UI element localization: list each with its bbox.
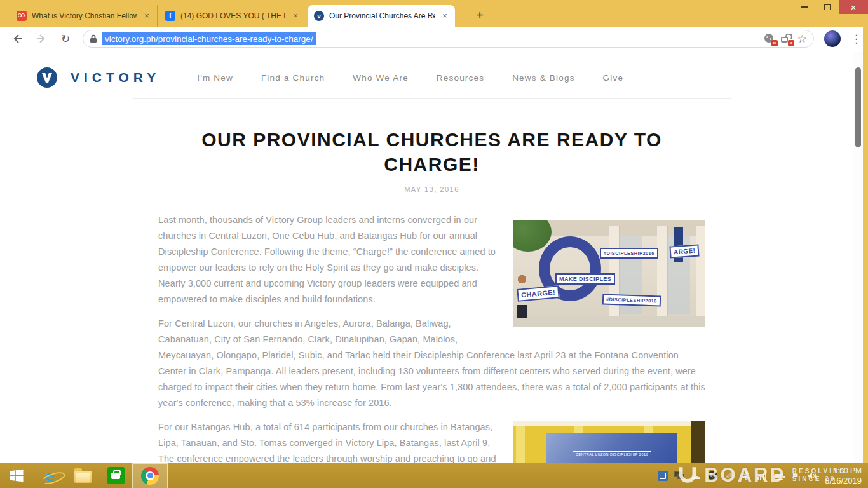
banner-label: CENTRAL LUZON DISCIPLESHIP 2016 xyxy=(573,451,651,458)
site-logo[interactable]: VICTORY xyxy=(36,67,160,88)
battery-icon[interactable] xyxy=(773,470,784,482)
windows-store-button[interactable] xyxy=(99,463,132,488)
header-divider xyxy=(133,98,731,99)
tab-provincial-churches[interactable]: v Our Provincial Churches Are Rea × xyxy=(308,5,455,27)
conference-group-photo: #DISCIPLESHIP2016 ARGE! MAKE DISCIPLES C… xyxy=(513,220,705,327)
dual-monitor-icon[interactable] xyxy=(674,470,685,482)
cookies-blocked-icon[interactable]: × xyxy=(764,33,776,44)
sync-icon[interactable]: ↻ xyxy=(707,470,718,482)
new-tab-button[interactable]: + xyxy=(471,8,488,24)
forward-icon[interactable] xyxy=(34,32,48,46)
sign-discipleship2016-2: #DISCIPLESHIP2016 xyxy=(602,294,661,306)
network-signal-icon[interactable] xyxy=(756,470,768,482)
nav-news-blogs[interactable]: News & Blogs xyxy=(512,73,574,83)
tab-title: Our Provincial Churches Are Rea xyxy=(329,11,435,20)
take-charge-banner-photo: CENTRAL LUZON DISCIPLESHIP 2016 I AM REA… xyxy=(513,421,705,463)
tab-close-icon[interactable]: × xyxy=(142,11,152,21)
ie-icon: e xyxy=(45,468,54,484)
pen-device-icon[interactable]: ✎ xyxy=(722,469,736,482)
chrome-icon xyxy=(141,467,159,485)
tab-close-icon[interactable]: × xyxy=(440,11,450,21)
screen: What is Victory Christian Fellows × f (1… xyxy=(0,0,868,488)
nav-give[interactable]: Give xyxy=(603,73,624,83)
window-controls: × xyxy=(793,0,868,14)
back-icon[interactable] xyxy=(10,32,24,46)
window-edge xyxy=(863,27,868,463)
tab-victory-search[interactable]: What is Victory Christian Fellows × xyxy=(10,5,158,27)
main-nav: I'm New Find a Church Who We Are Resourc… xyxy=(197,73,623,83)
minimize-button[interactable] xyxy=(793,0,816,14)
content-blocked-icon[interactable]: × xyxy=(781,33,792,44)
sign-discipleship2016: #DISCIPLESHIP2016 xyxy=(600,248,658,259)
clock-time: 1:50 PM xyxy=(825,466,862,476)
scrollbar-thumb[interactable] xyxy=(855,67,861,147)
brand-name: VICTORY xyxy=(71,70,160,85)
tab-title: What is Victory Christian Fellows xyxy=(32,11,137,20)
action-center-flag-icon[interactable]: ⚑ xyxy=(789,470,801,482)
nav-resources[interactable]: Resources xyxy=(437,73,484,83)
nav-find-a-church[interactable]: Find a Church xyxy=(261,73,325,83)
file-explorer-button[interactable] xyxy=(66,463,99,488)
paragraph-2: For Central Luzon, our churches in Angel… xyxy=(158,316,705,411)
tab-close-icon[interactable]: × xyxy=(290,11,301,21)
victory-favicon: v xyxy=(314,11,324,21)
clock-date: 8/16/2019 xyxy=(825,476,862,485)
volume-icon[interactable] xyxy=(806,470,817,482)
nav-who-we-are[interactable]: Who We Are xyxy=(353,73,409,83)
address-bar[interactable]: victory.org.ph/provincial-churches-are-r… xyxy=(83,30,814,48)
article-title: OUR PROVINCIAL CHURCHES ARE READY TO CHA… xyxy=(158,127,705,177)
browser-tabstrip: What is Victory Christian Fellows × f (1… xyxy=(0,0,868,27)
facebook-favicon: f xyxy=(165,11,175,21)
page-viewport: VICTORY I'm New Find a Church Who We Are… xyxy=(0,52,863,463)
reload-icon[interactable]: ↻ xyxy=(58,32,72,46)
system-tray: ☁ ↻ ✎ ⚑ 1:50 PM 8/16/2019 xyxy=(657,466,868,485)
lock-icon[interactable] xyxy=(90,34,97,43)
maximize-button[interactable] xyxy=(816,0,839,14)
foliage xyxy=(513,220,552,252)
sign-arge: ARGE! xyxy=(669,244,699,258)
internet-explorer-button[interactable]: e xyxy=(33,463,66,488)
url-text-selected[interactable]: victory.org.ph/provincial-churches-are-r… xyxy=(102,32,316,45)
site-header: VICTORY I'm New Find a Church Who We Are… xyxy=(36,58,623,97)
close-button[interactable]: × xyxy=(839,0,868,14)
blue-banner: CENTRAL LUZON DISCIPLESHIP 2016 I AM REA… xyxy=(546,433,677,463)
store-icon xyxy=(107,467,125,484)
article-date: MAY 13, 2016 xyxy=(158,186,705,193)
sign-make-disciples: MAKE DISCIPLES xyxy=(555,273,615,285)
profile-avatar[interactable] xyxy=(824,30,841,47)
onedrive-cloud-icon[interactable]: ☁ xyxy=(690,470,702,482)
browser-menu-icon[interactable]: ⋮ xyxy=(851,32,862,46)
windows-logo-icon xyxy=(9,469,24,482)
taskbar-clock[interactable]: 1:50 PM 8/16/2019 xyxy=(822,466,862,485)
input-method-icon[interactable] xyxy=(657,470,668,482)
browser-toolbar: ↻ victory.org.ph/provincial-churches-are… xyxy=(0,27,868,51)
tab-title: (14) GOD LOVES YOU ( THE BRID xyxy=(180,11,285,20)
tab1-favicon xyxy=(17,11,27,21)
tab-facebook[interactable]: f (14) GOD LOVES YOU ( THE BRID × xyxy=(159,5,306,27)
taskbar: e ☁ ↻ ✎ ⚑ 1:50 PM xyxy=(0,463,868,488)
sign-charge: CHARGE! xyxy=(517,285,560,302)
folder-icon xyxy=(74,471,92,483)
chrome-taskbar-button[interactable] xyxy=(132,463,168,488)
victory-logo-icon xyxy=(36,67,58,88)
bluetooth-icon[interactable] xyxy=(740,470,751,482)
page-scrollbar[interactable] xyxy=(854,52,863,463)
article: OUR PROVINCIAL CHURCHES ARE READY TO CHA… xyxy=(158,127,705,463)
bookmark-star-icon[interactable]: ☆ xyxy=(797,34,807,44)
start-button[interactable] xyxy=(0,463,33,488)
nav-im-new[interactable]: I'm New xyxy=(197,73,233,83)
